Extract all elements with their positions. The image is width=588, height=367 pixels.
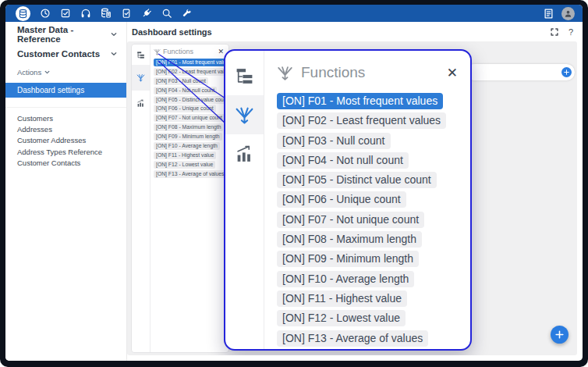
functions-popup: Functions ✕ [ON] F01 - Most frequent val… [224, 49, 472, 351]
function-list-item[interactable]: [ON] F03 - Null count [154, 77, 208, 85]
function-list-item[interactable]: [ON] F02 - Least frequent values [277, 112, 446, 129]
tree-icon [235, 66, 254, 86]
close-icon[interactable]: ✕ [218, 48, 224, 55]
function-list-item[interactable]: [ON] F10 - Average length [277, 271, 414, 287]
sidebar-nav-item[interactable]: Customer Addresses [5, 135, 126, 146]
function-list-item[interactable]: [ON] F07 - Not unique count [154, 114, 225, 122]
dashboard-workspace: Functions ✕ [ON] F01 - Most frequent val… [127, 41, 577, 355]
database-doc-icon[interactable] [101, 8, 112, 19]
chevron-down-icon [44, 69, 50, 75]
statistics-icon [235, 144, 254, 164]
function-list-item[interactable]: [ON] F09 - Minimum length [277, 251, 419, 267]
functions-list-magnified: [ON] F01 - Most frequent values[ON] F02 … [277, 93, 470, 350]
function-list-item[interactable]: [ON] F06 - Unique count [154, 105, 216, 112]
add-icon[interactable] [561, 67, 572, 77]
sidebar-nav-item[interactable]: Address Types Reference [5, 147, 126, 158]
sidebar: Master Data - Reference Customer Contact… [5, 22, 127, 361]
avatar[interactable] [561, 7, 575, 20]
check-square-icon[interactable] [60, 8, 71, 19]
function-list-item[interactable]: [ON] F04 - Not null count [154, 87, 217, 94]
person-icon [564, 9, 572, 18]
functions-panel-header: Functions ✕ [154, 47, 227, 56]
app-body: Master Data - Reference Customer Contact… [5, 22, 583, 361]
app-window: Master Data - Reference Customer Contact… [5, 5, 583, 361]
statistics-tab[interactable] [225, 134, 264, 173]
plus-icon [555, 330, 564, 339]
functions-icon [277, 65, 293, 81]
plug-icon[interactable] [141, 8, 152, 19]
sidebar-nav-item[interactable]: Customer Contacts [5, 158, 126, 169]
functions-popup-tabs [225, 51, 264, 349]
function-list-item[interactable]: [ON] F10 - Average length [154, 142, 220, 150]
window-frame: Master Data - Reference Customer Contact… [0, 0, 588, 367]
functions-panel: Functions ✕ [ON] F01 - Most frequent val… [131, 44, 229, 353]
plus-icon [564, 69, 569, 75]
function-list-item[interactable]: [ON] F11 - Highest value [154, 151, 216, 159]
sidebar-item-dashboard-settings[interactable]: Dashboard settings [5, 83, 126, 98]
search-input[interactable] [466, 64, 575, 80]
clipboard-check-icon[interactable] [121, 8, 132, 19]
functions-icon [136, 73, 145, 82]
main-header: Dashboard settings ? [127, 22, 583, 41]
function-list-item[interactable]: [ON] F05 - Distinct value count [277, 172, 437, 188]
function-list-item[interactable]: [ON] F05 - Distinct value count [154, 96, 229, 104]
workspace-selector-label: Master Data - Reference [17, 25, 111, 44]
functions-list: [ON] F01 - Most frequent values[ON] F02 … [154, 59, 227, 178]
function-list-item[interactable]: [ON] F11 - Highest value [277, 290, 407, 307]
wrench-icon[interactable] [182, 8, 193, 19]
functions-tab[interactable] [225, 95, 264, 134]
functions-icon [235, 105, 254, 125]
functions-popup-content: Functions ✕ [ON] F01 - Most frequent val… [264, 51, 470, 349]
function-list-item[interactable]: [ON] F01 - Most frequent values [154, 59, 229, 66]
chevron-down-icon [111, 31, 117, 37]
fullscreen-icon[interactable] [551, 28, 558, 36]
topbar-right [543, 7, 575, 20]
topbar-module-icons [16, 6, 543, 21]
functions-popup-title: Functions [301, 64, 365, 81]
entity-selector[interactable]: Customer Contacts [5, 45, 126, 62]
main-header-controls: ? [551, 27, 573, 37]
tree-tab[interactable] [225, 56, 264, 95]
changelog-icon[interactable] [543, 8, 554, 20]
function-list-item[interactable]: [ON] F02 - Least frequent values [154, 68, 229, 76]
function-list-item[interactable]: [ON] F08 - Maximum length [277, 231, 422, 248]
entity-selector-label: Customer Contacts [17, 49, 100, 59]
page-title: Dashboard settings [132, 27, 212, 37]
function-list-item[interactable]: [ON] F09 - Minimum length [154, 133, 222, 141]
functions-tab[interactable] [132, 65, 150, 91]
function-list-item[interactable]: [ON] F04 - Not null count [277, 152, 409, 169]
search-icon[interactable] [161, 8, 172, 19]
help-button[interactable]: ? [569, 27, 573, 37]
function-list-item[interactable]: [ON] F08 - Maximum length [154, 123, 223, 131]
close-icon[interactable]: ✕ [447, 65, 458, 81]
function-list-item[interactable]: [ON] F12 - Lowest value [277, 310, 406, 326]
actions-menu[interactable]: Actions [5, 65, 126, 79]
function-list-item[interactable]: [ON] F12 - Lowest value [154, 161, 215, 169]
tree-icon [136, 51, 145, 59]
chevron-down-icon [111, 51, 117, 57]
functions-popup-header: Functions ✕ [277, 57, 470, 88]
functions-panel-content: Functions ✕ [ON] F01 - Most frequent val… [151, 45, 228, 352]
workspace-selector[interactable]: Master Data - Reference [5, 26, 126, 43]
function-list-item[interactable]: [ON] F13 - Average of values [154, 170, 227, 178]
sidebar-nav-item[interactable]: Customers [5, 113, 126, 124]
function-list-item[interactable]: [ON] F03 - Null count [277, 133, 391, 149]
sidebar-nav-item[interactable]: Addresses [5, 124, 126, 135]
add-button[interactable] [551, 326, 569, 344]
main-area: Dashboard settings ? Functions [127, 22, 583, 361]
statistics-icon [136, 99, 145, 108]
function-list-item[interactable]: [ON] F01 - Most frequent values [277, 93, 443, 109]
function-list-item[interactable]: [ON] F06 - Unique count [277, 191, 406, 208]
functions-panel-tabs [132, 45, 151, 352]
functions-panel-title: Functions [163, 48, 193, 55]
tree-tab[interactable] [132, 45, 150, 65]
clock-icon[interactable] [40, 8, 51, 19]
sidebar-nav: CustomersAddressesCustomer AddressesAddr… [5, 107, 126, 169]
headphones-icon[interactable] [80, 8, 91, 19]
functions-icon [154, 48, 161, 55]
statistics-tab[interactable] [132, 91, 150, 116]
function-list-item[interactable]: [ON] F13 - Average of values [277, 330, 428, 347]
database-icon[interactable] [16, 6, 30, 21]
actions-label: Actions [17, 68, 41, 77]
function-list-item[interactable]: [ON] F07 - Not unique count [277, 212, 424, 228]
